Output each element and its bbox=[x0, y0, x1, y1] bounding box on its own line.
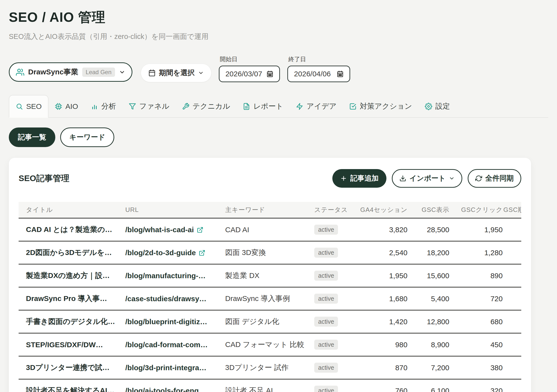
status-badge: active bbox=[314, 225, 338, 235]
article-url-cell[interactable]: /blog/2d-to-3d-guide bbox=[121, 241, 219, 264]
gsc-impressions-cell: 8,900 bbox=[407, 333, 449, 356]
article-title-cell: 3Dプリンター連携で試… bbox=[19, 356, 121, 379]
import-label: インポート bbox=[409, 173, 446, 183]
add-article-button[interactable]: 記事追加 bbox=[332, 169, 386, 188]
report-icon bbox=[243, 103, 250, 110]
subtab-keywords[interactable]: キーワード bbox=[60, 127, 114, 147]
status-badge: active bbox=[314, 294, 338, 304]
article-url-text[interactable]: /blog/blueprint-digitiz… bbox=[125, 318, 207, 326]
main-tab-bar: SEO AIO 分析 ファネル テクニカル レポート アイデア 対策アクション bbox=[9, 95, 548, 118]
column-header-gsc-impressions: GSC表示 bbox=[407, 202, 449, 218]
tab-label: ファネル bbox=[139, 101, 169, 111]
import-button[interactable]: インポート bbox=[392, 169, 462, 188]
gsc-impressions-cell: 15,600 bbox=[407, 264, 449, 287]
ga4-sessions-cell: 1,950 bbox=[344, 264, 407, 287]
table-row: 3Dプリンター連携で試… /blog/3d-print-integra… 3Dプ… bbox=[19, 356, 521, 379]
article-url-text[interactable]: /blog/3d-print-integra… bbox=[125, 364, 207, 372]
gear-icon bbox=[425, 103, 432, 110]
gsc-clicks-cell: 890 bbox=[449, 264, 503, 287]
start-date-label: 開始日 bbox=[219, 55, 280, 63]
tab-ideas[interactable]: アイデア bbox=[290, 95, 343, 118]
status-badge: active bbox=[314, 363, 338, 373]
start-date-value: 2026/03/07 bbox=[225, 70, 262, 78]
article-url-text[interactable]: /case-studies/drawsy… bbox=[125, 295, 207, 303]
lightning-icon bbox=[296, 103, 303, 110]
subtab-articles[interactable]: 記事一覧 bbox=[9, 127, 55, 147]
gsc-impressions-cell: 6,100 bbox=[407, 379, 449, 392]
article-url-text[interactable]: /blog/manufacturing-… bbox=[125, 272, 206, 280]
article-url-cell[interactable]: /blog/ai-tools-for-eng… bbox=[121, 379, 219, 392]
search-icon bbox=[16, 103, 23, 110]
tab-label: 対策アクション bbox=[360, 101, 412, 111]
tab-report[interactable]: レポート bbox=[236, 95, 290, 118]
end-date-label: 終了日 bbox=[287, 55, 350, 63]
tab-label: SEO bbox=[26, 102, 42, 111]
column-header-title: タイトル bbox=[19, 202, 121, 218]
end-date-value: 2026/04/06 bbox=[294, 70, 331, 78]
tab-settings[interactable]: 設定 bbox=[418, 95, 456, 118]
article-table-scroll-area[interactable]: タイトル URL 主キーワード ステータス GA4セッション GSC表示 GSC… bbox=[19, 202, 521, 392]
gsc-rank-cell: 3 bbox=[503, 287, 521, 310]
ga4-sessions-cell: 870 bbox=[344, 356, 407, 379]
tab-actions[interactable]: 対策アクション bbox=[343, 95, 418, 118]
article-url-text[interactable]: /blog/2d-to-3d-guide bbox=[125, 249, 196, 257]
gsc-clicks-cell: 1,950 bbox=[449, 218, 503, 241]
external-link-icon[interactable] bbox=[199, 250, 205, 256]
article-url-cell[interactable]: /case-studies/drawsy… bbox=[121, 287, 219, 310]
status-cell: active bbox=[307, 287, 344, 310]
tab-analytics[interactable]: 分析 bbox=[84, 95, 122, 118]
tab-technical[interactable]: テクニカル bbox=[176, 95, 237, 118]
gsc-clicks-cell: 380 bbox=[449, 356, 503, 379]
start-date-input[interactable]: 2026/03/07 bbox=[219, 66, 280, 82]
tab-funnel[interactable]: ファネル bbox=[122, 95, 176, 118]
article-url-text[interactable]: /blog/what-is-cad-ai bbox=[125, 226, 194, 234]
article-url-cell[interactable]: /blog/manufacturing-… bbox=[121, 264, 219, 287]
column-header-status: ステータス bbox=[307, 202, 344, 218]
article-url-cell[interactable]: /blog/3d-print-integra… bbox=[121, 356, 219, 379]
refresh-icon bbox=[475, 175, 482, 182]
gsc-clicks-cell: 720 bbox=[449, 287, 503, 310]
card-header: SEO記事管理 記事追加 インポート 全件同期 bbox=[19, 169, 521, 188]
main-keyword-cell: 図面 デジタル化 bbox=[219, 310, 307, 333]
external-link-icon[interactable] bbox=[197, 227, 203, 233]
subtab-bar: 記事一覧 キーワード bbox=[9, 127, 548, 147]
gsc-rank-cell: 11 bbox=[503, 356, 521, 379]
gsc-impressions-cell: 28,500 bbox=[407, 218, 449, 241]
sync-all-button[interactable]: 全件同期 bbox=[468, 169, 521, 188]
chevron-down-icon bbox=[198, 70, 204, 76]
start-date-group: 開始日 2026/03/07 bbox=[219, 55, 280, 82]
page-title: SEO / AIO 管理 bbox=[9, 8, 548, 26]
period-select-button[interactable]: 期間を選択 bbox=[141, 64, 212, 82]
article-url-cell[interactable]: /blog/what-is-cad-ai bbox=[121, 218, 219, 241]
article-table: タイトル URL 主キーワード ステータス GA4セッション GSC表示 GSC… bbox=[19, 202, 521, 392]
tab-seo[interactable]: SEO bbox=[9, 95, 48, 118]
end-date-input[interactable]: 2026/04/06 bbox=[287, 66, 350, 82]
article-url-cell[interactable]: /blog/blueprint-digitiz… bbox=[121, 310, 219, 333]
business-selector[interactable]: DrawSync事業 Lead Gen bbox=[9, 62, 132, 82]
article-title-cell: STEP/IGES/DXF/DW… bbox=[19, 333, 121, 356]
cpu-icon bbox=[55, 103, 62, 110]
gsc-impressions-cell: 7,200 bbox=[407, 356, 449, 379]
gsc-clicks-cell: 680 bbox=[449, 310, 503, 333]
ga4-sessions-cell: 3,820 bbox=[344, 218, 407, 241]
chevron-down-icon bbox=[119, 69, 125, 75]
column-header-gsc-clicks: GSCクリック bbox=[449, 202, 503, 218]
gsc-rank-cell: 6 bbox=[503, 241, 521, 264]
calendar-icon[interactable] bbox=[337, 70, 344, 77]
article-url-text[interactable]: /blog/cad-format-com… bbox=[125, 341, 208, 349]
calendar-icon[interactable] bbox=[267, 70, 273, 77]
gsc-clicks-cell: 1,280 bbox=[449, 241, 503, 264]
tab-aio[interactable]: AIO bbox=[48, 95, 84, 118]
article-url-text[interactable]: /blog/ai-tools-for-eng… bbox=[125, 387, 206, 392]
article-title-cell: 設計者不足を解決するAI… bbox=[19, 379, 121, 392]
plus-icon bbox=[340, 175, 347, 182]
status-badge: active bbox=[314, 248, 338, 258]
tab-label: AIO bbox=[65, 102, 78, 111]
funnel-icon bbox=[129, 103, 136, 110]
gsc-impressions-cell: 12,800 bbox=[407, 310, 449, 333]
article-url-cell[interactable]: /blog/cad-format-com… bbox=[121, 333, 219, 356]
filter-bar: DrawSync事業 Lead Gen 期間を選択 開始日 2026/03/07 bbox=[9, 55, 548, 82]
column-header-ga4-sessions: GA4セッション bbox=[344, 202, 407, 218]
main-keyword-cell: CAD AI bbox=[219, 218, 307, 241]
status-badge: active bbox=[314, 386, 338, 392]
